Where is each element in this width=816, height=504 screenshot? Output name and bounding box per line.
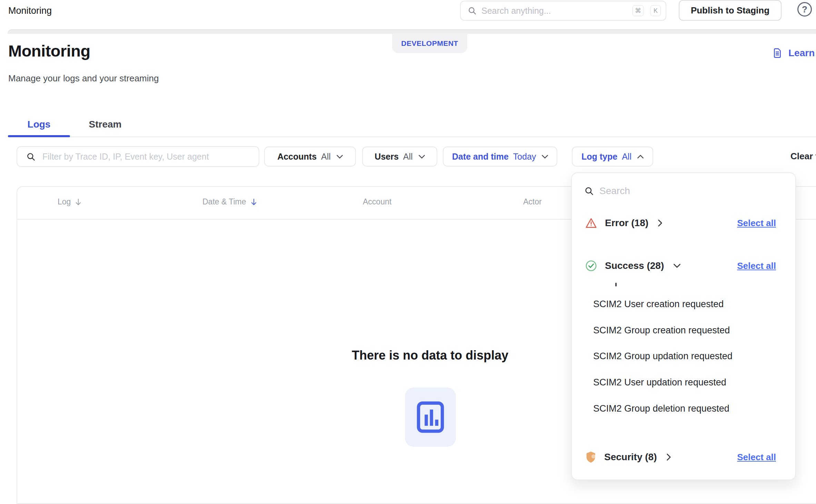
log-type-dropdown-panel: Error (18) Select all Success (28) Selec… [571, 172, 796, 480]
select-all-security-link[interactable]: Select all [737, 452, 776, 463]
group-row-security[interactable]: Security (8) Select all [572, 447, 795, 467]
column-header-actor-label: Actor [523, 197, 542, 206]
publish-to-staging-button[interactable]: Publish to Staging [679, 0, 782, 21]
accounts-filter-chip[interactable]: Accounts All [264, 147, 356, 167]
column-header-date-time[interactable]: Date & Time [202, 197, 257, 206]
group-label-success: Success (28) [605, 260, 664, 271]
log-type-option[interactable]: SCIM2 Group creation requested [593, 321, 730, 340]
date-time-filter-label: Date and time [452, 152, 509, 162]
empty-state-message: There is no data to display [352, 348, 508, 363]
tab-stream[interactable]: Stream [75, 114, 136, 135]
log-type-filter-chip[interactable]: Log type All [572, 147, 653, 167]
group-label-error: Error (18) [605, 218, 648, 229]
select-all-error-link[interactable]: Select all [737, 218, 776, 229]
dropdown-search[interactable] [584, 182, 777, 200]
dropdown-search-input[interactable] [599, 185, 777, 196]
column-header-log-label: Log [58, 197, 71, 206]
search-icon [26, 152, 36, 161]
date-time-filter-value: Today [513, 152, 536, 162]
log-filter-input[interactable] [42, 152, 252, 162]
success-check-circle-icon [585, 260, 597, 272]
tabs-border [8, 137, 816, 137]
log-type-option[interactable]: SCIM2 Group deletion requested [593, 399, 729, 418]
loading-artifact-dot [615, 283, 617, 286]
log-type-option[interactable]: SCIM2 Group updation requested [593, 346, 733, 366]
group-row-success[interactable]: Success (28) Select all [572, 256, 795, 275]
global-search-input[interactable] [481, 6, 628, 16]
chevron-down-icon[interactable] [674, 264, 680, 268]
group-row-error[interactable]: Error (18) Select all [572, 213, 795, 233]
app-title: Monitoring [8, 6, 52, 16]
chevron-down-icon [419, 155, 425, 159]
select-all-success-link[interactable]: Select all [737, 261, 776, 271]
bar-chart-icon [417, 401, 444, 433]
search-icon [584, 186, 594, 196]
column-header-account[interactable]: Account [363, 197, 391, 206]
chevron-down-icon [337, 155, 343, 159]
group-label-security: Security (8) [604, 452, 657, 463]
chevron-up-icon [637, 155, 644, 159]
sort-down-icon [75, 198, 82, 206]
users-filter-label: Users [375, 152, 399, 162]
log-filter-search[interactable] [17, 146, 259, 167]
active-tab-underline [8, 135, 70, 137]
security-shield-icon [585, 451, 597, 463]
empty-state-icon-box [405, 387, 456, 447]
sort-down-icon-active [250, 198, 257, 206]
search-icon [468, 6, 477, 15]
top-bar: Monitoring ⌘ K Publish to Staging ? [0, 0, 816, 29]
accounts-filter-label: Accounts [277, 152, 317, 162]
learn-link-label: Learn [788, 48, 815, 59]
chevron-right-icon[interactable] [658, 220, 662, 226]
page-title: Monitoring [8, 41, 90, 60]
tab-logs[interactable]: Logs [8, 114, 70, 135]
error-warning-triangle-icon [585, 217, 597, 229]
clear-filters-button[interactable]: Clear filters [790, 151, 816, 162]
column-header-actor[interactable]: Actor [523, 197, 542, 206]
log-type-filter-label: Log type [581, 152, 617, 162]
log-type-filter-value: All [622, 152, 631, 162]
date-time-filter-chip[interactable]: Date and time Today [443, 147, 557, 167]
column-header-log[interactable]: Log [58, 197, 82, 206]
learn-link[interactable]: Learn [772, 48, 815, 59]
environment-badge: DEVELOPMENT [392, 33, 467, 53]
help-icon[interactable]: ? [797, 2, 812, 17]
log-type-option[interactable]: SCIM2 User updation requested [593, 373, 726, 392]
global-search[interactable]: ⌘ K [460, 1, 666, 21]
accounts-filter-value: All [321, 152, 331, 162]
chevron-right-icon[interactable] [667, 454, 671, 461]
users-filter-value: All [403, 152, 413, 162]
column-header-account-label: Account [363, 197, 391, 206]
chevron-down-icon [542, 155, 548, 159]
page-subtitle: Manage your logs and your streaming [8, 73, 159, 84]
users-filter-chip[interactable]: Users All [362, 147, 437, 167]
cmd-key-badge: ⌘ [633, 5, 644, 16]
log-type-option[interactable]: SCIM2 User creation requested [593, 294, 724, 314]
k-key-badge: K [650, 5, 661, 16]
column-header-date-time-label: Date & Time [202, 197, 246, 206]
document-icon [772, 48, 783, 59]
